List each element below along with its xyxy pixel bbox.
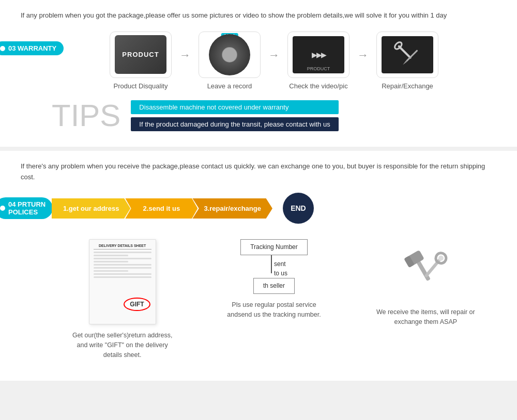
step-box-1: 1.get our address <box>52 198 130 219</box>
flow-label-mp4: Leave a record <box>207 82 252 90</box>
flow-label-repair: Repair/Exchange <box>382 82 433 90</box>
return-intro-text: If there's any problem when you receive … <box>21 161 496 183</box>
tips-box-cyan: Disassemble machine not covered under wa… <box>131 100 338 114</box>
tracking-diagram: Tracking Number sentto us th seller <box>240 239 308 294</box>
arrow-1: → <box>179 49 191 62</box>
tools-desc: We receive the items, will repair or exc… <box>374 307 477 327</box>
repair-icon <box>382 36 433 73</box>
flow-item-mp4: MP4 Leave a record <box>196 32 263 90</box>
flow-item-repair: Repair/Exchange <box>374 32 441 90</box>
mp4-icon-box: MP4 <box>199 32 261 78</box>
tips-boxes: Disassemble machine not covered under wa… <box>131 100 338 131</box>
return-badge-dot <box>0 206 5 211</box>
svg-rect-7 <box>424 258 442 278</box>
flow-item-video: PRODUCT Check the video/pic <box>285 32 352 90</box>
sheet-line-9 <box>94 276 151 278</box>
step-2: 2.send it us <box>130 198 197 219</box>
svg-marker-3 <box>402 60 407 65</box>
warranty-badge: 03 WARRANTY <box>0 41 64 55</box>
info-col-tools: We receive the items, will repair or exc… <box>374 239 477 327</box>
flow-label-product: Product Disquality <box>114 82 168 90</box>
tracking-number-box: Tracking Number <box>240 239 308 255</box>
return-section: If there's any problem when you receive … <box>0 151 517 381</box>
delivery-sheet: DELIVERY DETAILS SHEET GIFT <box>89 239 156 324</box>
info-col-delivery: DELIVERY DETAILS SHEET GIFT Get our(the … <box>71 239 174 360</box>
arrow-2: → <box>268 49 280 62</box>
return-badge: 04 PRTURN POLICES <box>0 197 53 219</box>
step-3: 3.repair/exchange <box>197 198 272 219</box>
track-connector: sentto us <box>261 255 287 278</box>
video-icon: PRODUCT <box>293 36 344 73</box>
sheet-line-2 <box>94 255 128 256</box>
step-box-2: 2.send it us <box>125 198 197 219</box>
track-line-top <box>271 255 272 273</box>
flow-item-product: PRODUCT Product Disquality <box>107 32 174 90</box>
warranty-intro-text: If any problem when you got the package,… <box>21 10 496 21</box>
return-flow: 1.get our address 2.send it us 3.repair/… <box>52 193 496 224</box>
video-icon-box: PRODUCT <box>287 32 349 78</box>
sheet-line-4 <box>94 261 128 262</box>
badge-dot <box>0 46 5 51</box>
product-icon-box: PRODUCT <box>110 32 172 78</box>
tracking-desc: Pls use regular postal service andsend u… <box>222 300 326 320</box>
track-sent-text: sentto us <box>274 259 287 278</box>
gift-label: GIFT <box>124 298 150 311</box>
product-icon: PRODUCT <box>115 35 166 74</box>
warranty-section: If any problem when you got the package,… <box>0 0 517 147</box>
repair-icon-box <box>376 32 438 78</box>
tips-box-dark: If the product damaged during the transi… <box>131 117 338 131</box>
arrow-3: → <box>357 49 369 62</box>
tips-title: TIPS <box>52 100 120 131</box>
sheet-line-5 <box>94 264 151 266</box>
delivery-desc: Get our(the seller's)return address, and… <box>71 331 174 360</box>
return-info: DELIVERY DETAILS SHEET GIFT Get our(the … <box>52 239 496 360</box>
flow-label-video: Check the video/pic <box>289 82 347 90</box>
sheet-line-8 <box>94 273 151 275</box>
mp4-icon <box>209 34 250 75</box>
step-box-3: 3.repair/exchange <box>192 198 272 219</box>
sheet-line-7 <box>94 270 128 272</box>
sheet-title: DELIVERY DETAILS SHEET <box>94 244 151 250</box>
seller-box: th seller <box>253 278 295 294</box>
sheet-line-1 <box>94 252 151 253</box>
tips-area: TIPS Disassemble machine not covered und… <box>52 100 496 131</box>
sheet-line-3 <box>94 258 151 259</box>
step-1: 1.get our address <box>52 198 130 219</box>
info-col-tracking: Tracking Number sentto us th seller Pls … <box>222 239 326 319</box>
end-circle: END <box>283 193 314 224</box>
tools-svg-icon <box>394 239 457 301</box>
warranty-flow: PRODUCT Product Disquality → MP4 Leave a… <box>52 32 496 90</box>
sheet-line-6 <box>94 267 151 269</box>
